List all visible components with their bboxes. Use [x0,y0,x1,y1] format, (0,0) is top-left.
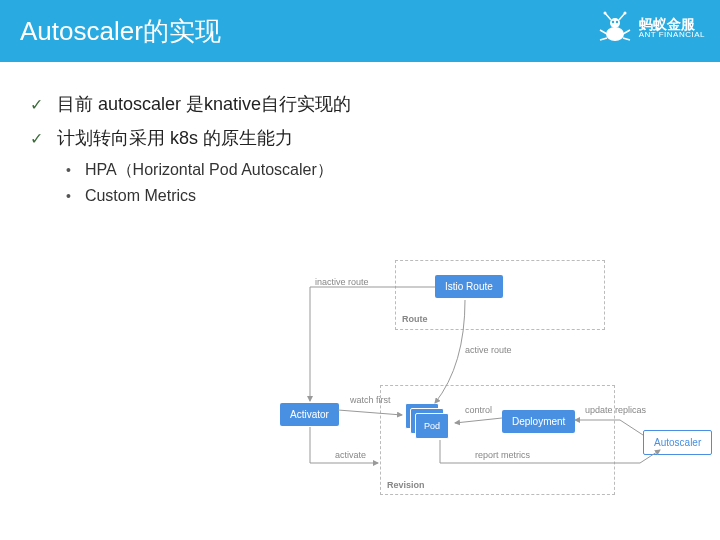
bullet-1-text: 目前 autoscaler 是knative自行实现的 [57,92,351,116]
route-group-label: Route [402,314,428,324]
svg-point-2 [603,12,606,15]
slide-content: ✓ 目前 autoscaler 是knative自行实现的 ✓ 计划转向采用 k… [0,62,720,205]
dot-icon: • [66,162,71,178]
revision-group-box [380,385,615,495]
pod-node-1: Pod [415,413,449,439]
svg-point-4 [611,21,613,23]
sub-bullet-1: • HPA（Horizontal Pod Autoscaler） [66,160,690,181]
sub-bullet-2: • Custom Metrics [66,187,690,205]
bullet-1: ✓ 目前 autoscaler 是knative自行实现的 [30,92,690,116]
check-icon: ✓ [30,95,43,114]
slide-header: Autoscaler的实现 蚂蚁金服 ANT FINANCIAL [0,0,720,62]
activator-node: Activator [280,403,339,426]
edge-watch-label: watch first [350,395,391,405]
edge-update-label: update replicas [585,405,646,415]
sub-bullet-1-text: HPA（Horizontal Pod Autoscaler） [85,160,333,181]
istio-route-node: Istio Route [435,275,503,298]
ant-icon [597,10,633,46]
autoscaler-node: Autoscaler [643,430,712,455]
bullet-2: ✓ 计划转向采用 k8s 的原生能力 [30,126,690,150]
brand-logo: 蚂蚁金服 ANT FINANCIAL [597,10,705,46]
deployment-node: Deployment [502,410,575,433]
edge-inactive-label: inactive route [315,277,369,287]
architecture-diagram: Route Revision Istio Route Activator Dep… [280,255,710,530]
revision-group-label: Revision [387,480,425,490]
svg-point-3 [623,12,626,15]
svg-point-0 [606,27,624,41]
edge-active-label: active route [465,345,512,355]
slide-title: Autoscaler的实现 [20,14,221,49]
sub-bullet-2-text: Custom Metrics [85,187,196,205]
edge-control-label: control [465,405,492,415]
check-icon: ✓ [30,129,43,148]
svg-point-5 [615,21,617,23]
dot-icon: • [66,188,71,204]
edge-activate-label: activate [335,450,366,460]
bullet-2-text: 计划转向采用 k8s 的原生能力 [57,126,293,150]
logo-text-en: ANT FINANCIAL [639,31,705,39]
logo-text-cn: 蚂蚁金服 [639,17,705,31]
edge-report-label: report metrics [475,450,530,460]
